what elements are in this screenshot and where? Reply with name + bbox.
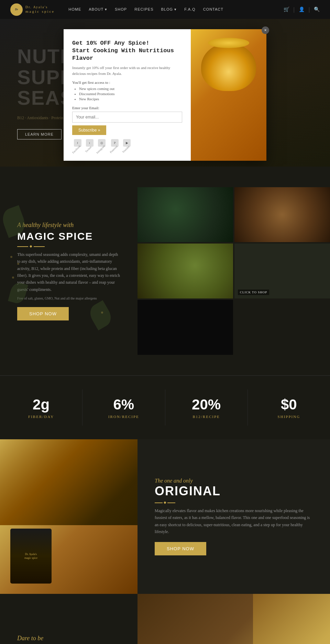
user-icon[interactable]: 👤: [299, 7, 305, 12]
dot-decoration: [101, 312, 103, 314]
stat-b12: 20% B12/RECIPE: [165, 389, 248, 426]
stat-fiber: 2g FIBER/DAY: [0, 389, 82, 426]
popup-email-input[interactable]: [72, 112, 182, 123]
nav-faq[interactable]: F.A.Q: [184, 7, 196, 12]
stat-iron-label: IRON/RECIPE: [89, 415, 158, 419]
social-facebook[interactable]: f Facebook: [72, 139, 83, 150]
nav-icons: 🛒 | 👤 | 🔍: [284, 7, 320, 13]
lifestyle-divider: [17, 246, 45, 247]
food-image-3: [138, 244, 233, 298]
popup-right-panel: [191, 29, 266, 161]
original-eyebrow: The one and only: [155, 478, 313, 484]
popup-access-title: You'll get first access to :: [72, 80, 182, 84]
lifestyle-food-grid: CLICK TO SHOP: [138, 187, 330, 355]
leaf-decoration-3: [86, 300, 115, 330]
food-plate-1: [138, 187, 233, 242]
social-twitter[interactable]: t Twitter: [86, 139, 94, 150]
stat-iron-value: 6%: [89, 396, 158, 413]
popup-description: Instantly get 10% off your first order w…: [72, 65, 182, 76]
spicy-section: Dare to be SPICY Awakens your palate wit…: [0, 594, 330, 644]
original-description: Magically elevates flavor and makes kitc…: [155, 507, 313, 535]
popup-list-item: Discounted Promotions: [79, 92, 182, 96]
original-divider: [155, 502, 175, 503]
learn-more-button[interactable]: LEARN MORE: [17, 129, 62, 139]
stat-shipping-value: $0: [255, 396, 323, 413]
lifestyle-title: MAGIC SPICE: [17, 230, 120, 242]
dot-decoration: [12, 276, 14, 279]
nav-links: HOME ABOUT ▾ SHOP RECIPES BLOG ▾ F.A.Q C…: [68, 7, 283, 12]
lifestyle-left-panel: A healthy lifestyle with MAGIC SPICE Thi…: [0, 187, 138, 355]
nav-home[interactable]: HOME: [68, 7, 81, 12]
stat-fiber-label: FIBER/DAY: [7, 415, 75, 419]
social-youtube[interactable]: ▶ Youtube: [122, 139, 132, 150]
popup-list-item: New spices coming out: [79, 87, 182, 91]
food-image-4[interactable]: CLICK TO SHOP: [234, 244, 330, 298]
dot-decoration: [10, 256, 12, 258]
nav-blog[interactable]: BLOG ▾: [161, 7, 177, 12]
spicy-right-panel: Dr. Ayala's magic spice: [138, 594, 330, 644]
lifestyle-shop-button[interactable]: SHOP NOW: [17, 307, 69, 320]
original-title: ORIGINAL: [155, 484, 313, 498]
lifestyle-subtitle: A healthy lifestyle with: [17, 222, 120, 229]
spicy-left-panel: Dare to be SPICY Awakens your palate wit…: [0, 594, 138, 644]
lifestyle-free-text: Free of salt, gluten, GMO, Nut and all t…: [17, 296, 120, 300]
stat-fiber-value: 2g: [7, 396, 75, 413]
search-icon[interactable]: 🔍: [314, 7, 320, 12]
spicy-food-image: Dr. Ayala's magic spice: [138, 594, 253, 644]
original-right-panel: The one and only ORIGINAL Magically elev…: [138, 439, 330, 594]
stat-shipping-label: SHIPPING: [255, 415, 323, 419]
dot-decoration: [17, 263, 19, 265]
hero-section: NUTRIENT DENSE SUPERFOOD SEASON B12 · An…: [0, 19, 330, 167]
nav-recipes[interactable]: RECIPES: [134, 7, 153, 12]
logo-text: Dr. Ayala's magic spice: [25, 5, 55, 14]
original-section: Dr. Ayala's magic spice The one and only…: [0, 439, 330, 594]
original-shop-button[interactable]: SHOP NOW: [155, 542, 206, 555]
popup-social-links: f Facebook t Twitter ◎ Instagram P Pinte…: [72, 139, 182, 150]
leaf-decoration-2: [8, 281, 28, 305]
food-image-2: [234, 187, 330, 242]
popup-subscribe-button[interactable]: Subscribe »: [72, 125, 106, 135]
site-logo[interactable]: Dr Dr. Ayala's magic spice: [10, 3, 55, 16]
food-plate-2: [234, 187, 330, 242]
popup-spice-image: [191, 29, 266, 161]
popup-close-button[interactable]: ×: [262, 26, 269, 34]
spice-bowl-image: [201, 43, 256, 91]
popup-title: Get 10% OFF Any Spice! Start Cooking Wit…: [72, 39, 182, 62]
social-instagram[interactable]: ◎ Instagram: [96, 139, 107, 150]
popup-access-list: New spices coming out Discounted Promoti…: [72, 87, 182, 101]
stat-b12-value: 20%: [172, 396, 241, 413]
nav-shop[interactable]: SHOP: [115, 7, 127, 12]
spicy-side-image: [253, 594, 330, 644]
product-logo-text: Dr. Ayala's magic spice: [24, 552, 37, 560]
popup-modal: Get 10% OFF Any Spice! Start Cooking Wit…: [64, 29, 266, 161]
stats-section: 2g FIBER/DAY 6% IRON/RECIPE 20% B12/RECI…: [0, 375, 330, 439]
lifestyle-section: A healthy lifestyle with MAGIC SPICE Thi…: [0, 167, 330, 375]
spicy-title: SPICY: [17, 642, 120, 644]
popup-email-label: Enter your Email:: [72, 106, 182, 110]
navigation: Dr Dr. Ayala's magic spice HOME ABOUT ▾ …: [0, 0, 330, 19]
logo-circle: Dr: [10, 3, 23, 16]
food-plate-3: [138, 244, 233, 298]
original-left-panel: Dr. Ayala's magic spice: [0, 439, 138, 594]
food-img-cta-label: CLICK TO SHOP: [238, 290, 269, 295]
popup-left-panel: Get 10% OFF Any Spice! Start Cooking Wit…: [64, 29, 191, 161]
lifestyle-description: This superfood seasoning adds complexity…: [17, 251, 120, 293]
product-package: Dr. Ayala's magic spice: [10, 529, 52, 584]
stat-iron: 6% IRON/RECIPE: [82, 389, 165, 426]
popup-list-item: New Recipes: [79, 97, 182, 101]
cart-icon[interactable]: 🛒: [284, 7, 289, 12]
spicy-eyebrow: Dare to be: [17, 635, 120, 642]
social-pinterest[interactable]: P Pinterest: [110, 139, 120, 150]
stat-shipping: $0 SHIPPING: [248, 389, 330, 426]
food-image-1: [138, 187, 233, 242]
nav-contact[interactable]: CONTACT: [203, 7, 223, 12]
stat-b12-label: B12/RECIPE: [172, 415, 241, 419]
nav-about[interactable]: ABOUT ▾: [89, 7, 107, 12]
food-image-5: [138, 300, 233, 355]
